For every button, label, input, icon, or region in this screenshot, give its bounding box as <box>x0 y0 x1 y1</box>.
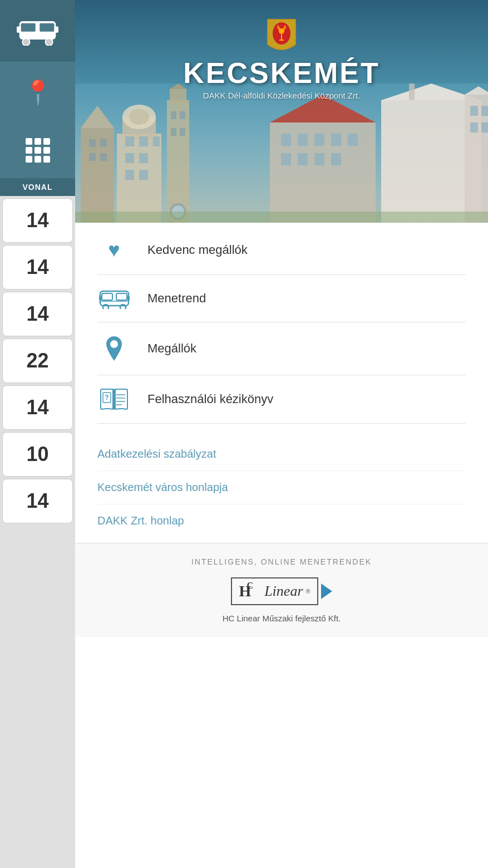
grid-icon <box>26 138 50 163</box>
heart-icon: ♥ <box>108 238 120 262</box>
svg-rect-50 <box>331 134 341 146</box>
svg-rect-14 <box>89 153 96 161</box>
svg-rect-59 <box>116 293 127 300</box>
svg-rect-12 <box>89 139 96 147</box>
route-item[interactable]: 14 <box>2 198 73 243</box>
sidebar: 📍 VONAL 14 14 14 22 14 10 14 <box>0 0 75 868</box>
svg-rect-5 <box>17 26 21 32</box>
logo-linear-text: Linear <box>264 583 303 600</box>
banner-subtitle: DAKK Dél-alföldi Közlekedési Központ Zrt… <box>183 91 379 100</box>
hc-linear-logo: HC Linear ® <box>86 577 477 605</box>
svg-rect-47 <box>281 134 291 146</box>
svg-point-60 <box>103 305 109 309</box>
menu-item-manual[interactable]: ? Felhasználói kézikönyv <box>75 378 488 420</box>
svg-rect-52 <box>281 153 291 165</box>
logo-arrow <box>321 583 332 599</box>
bus-icon-wrap <box>97 288 131 309</box>
logo-hc-text: HC <box>239 583 251 599</box>
svg-rect-43 <box>470 122 478 133</box>
city-name: KECSKEMÉT <box>183 58 379 87</box>
svg-rect-62 <box>99 296 101 301</box>
route-item[interactable]: 22 <box>2 339 73 383</box>
svg-point-65 <box>110 340 118 348</box>
divider-4 <box>97 423 466 424</box>
privacy-link[interactable]: Adatkezelési szabályzat <box>97 438 466 471</box>
svg-rect-13 <box>100 139 107 147</box>
svg-rect-20 <box>125 136 134 146</box>
footer-company-name: HC Linear Műszaki fejlesztő Kft. <box>86 614 477 623</box>
pin-icon-wrap <box>97 335 131 362</box>
svg-rect-54 <box>314 153 324 165</box>
svg-rect-44 <box>481 122 488 133</box>
menu-items-list: ♥ Kedvenc megállók <box>75 223 488 432</box>
svg-rect-24 <box>139 153 148 163</box>
sidebar-bus-tab[interactable] <box>0 0 75 61</box>
svg-rect-53 <box>298 153 308 165</box>
svg-rect-22 <box>153 136 160 146</box>
svg-rect-25 <box>125 170 134 180</box>
menu-item-timetable-label: Menetrend <box>147 291 206 306</box>
divider-2 <box>97 322 466 322</box>
bus-menu-icon <box>99 288 130 309</box>
sidebar-grid-tab[interactable] <box>0 122 75 178</box>
svg-rect-49 <box>314 134 324 146</box>
menu-item-stops-label: Megállók <box>147 341 196 356</box>
sidebar-location-tab[interactable]: 📍 <box>0 61 75 122</box>
svg-rect-30 <box>171 111 176 119</box>
svg-point-3 <box>22 38 29 46</box>
svg-rect-41 <box>470 106 478 116</box>
location-icon: 📍 <box>23 79 52 106</box>
route-item[interactable]: 14 <box>2 385 73 430</box>
svg-rect-31 <box>180 111 185 119</box>
city-link[interactable]: Kecskemét város honlapja <box>97 471 466 504</box>
svg-rect-63 <box>127 296 130 301</box>
route-item[interactable]: 14 <box>2 245 73 290</box>
svg-rect-2 <box>40 23 54 32</box>
banner-title-area: KECSKEMÉT DAKK Dél-alföldi Közlekedési K… <box>183 0 379 100</box>
route-item[interactable]: 10 <box>2 432 73 477</box>
svg-point-61 <box>120 305 126 309</box>
buildings-bg <box>75 84 488 223</box>
svg-point-19 <box>129 109 149 125</box>
svg-rect-15 <box>100 153 107 161</box>
bus-icon <box>17 15 58 46</box>
divider-3 <box>97 375 466 375</box>
svg-rect-21 <box>139 136 148 146</box>
route-item[interactable]: 14 <box>2 479 73 523</box>
sidebar-label: VONAL <box>0 178 75 196</box>
main-content: KECSKEMÉT DAKK Dél-alföldi Közlekedési K… <box>75 0 488 868</box>
divider-1 <box>97 274 466 275</box>
svg-rect-51 <box>348 134 358 146</box>
svg-rect-1 <box>21 23 36 32</box>
footer-tagline: INTELLIGENS, ONLINE MENETRENDEK <box>86 557 477 566</box>
coat-of-arms <box>265 17 298 56</box>
svg-rect-32 <box>171 128 176 136</box>
route-list: 14 14 14 22 14 10 14 <box>0 196 75 868</box>
svg-rect-48 <box>298 134 308 146</box>
footer-section: INTELLIGENS, ONLINE MENETRENDEK HC Linea… <box>75 543 488 637</box>
svg-rect-58 <box>102 293 112 300</box>
menu-item-manual-label: Felhasználói kézikönyv <box>147 392 273 406</box>
menu-item-timetable[interactable]: Menetrend <box>75 278 488 319</box>
route-item[interactable]: 14 <box>2 292 73 336</box>
logo-box: HC Linear ® <box>231 577 318 605</box>
logo-registered: ® <box>306 588 310 595</box>
drawer-panel: ♥ Kedvenc megállók <box>75 223 488 868</box>
menu-item-stops[interactable]: Megállók <box>75 325 488 372</box>
svg-rect-10 <box>81 128 114 223</box>
book-menu-icon: ? <box>100 388 129 410</box>
pin-menu-icon <box>103 335 125 362</box>
book-icon-wrap: ? <box>97 388 131 410</box>
menu-item-favorites-label: Kedvenc megállók <box>147 243 248 257</box>
links-section: Adatkezelési szabályzat Kecskemét város … <box>75 432 488 543</box>
dakk-link[interactable]: DAKK Zrt. honlap <box>97 504 466 537</box>
svg-text:?: ? <box>105 394 109 401</box>
svg-rect-26 <box>139 170 148 180</box>
svg-rect-33 <box>180 128 185 136</box>
menu-item-favorites[interactable]: ♥ Kedvenc megállók <box>75 228 488 272</box>
heart-icon-wrap: ♥ <box>97 238 131 262</box>
svg-rect-42 <box>481 106 488 116</box>
header-banner: KECSKEMÉT DAKK Dél-alföldi Közlekedési K… <box>75 0 488 223</box>
svg-rect-56 <box>75 212 488 223</box>
svg-rect-38 <box>409 84 415 100</box>
